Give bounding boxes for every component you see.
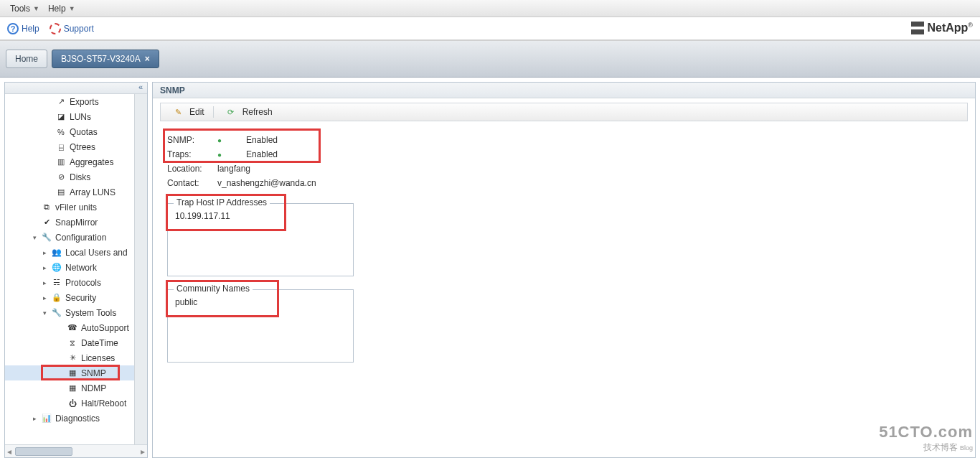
kv-traps-key: Traps: — [167, 149, 217, 159]
datetime-icon: ⧖ — [67, 337, 78, 349]
config-icon: 🔧 — [41, 232, 52, 243]
tree-label: Licenses — [81, 353, 115, 363]
tree-item-network[interactable]: ▸🌐Network — [5, 260, 134, 275]
tree-label: AutoSupport — [81, 323, 129, 333]
tree-label: Network — [65, 263, 97, 273]
netapp-logo: NetApp® — [911, 22, 973, 34]
tree-item-snapmirror[interactable]: ✔SnapMirror — [5, 215, 134, 230]
close-icon[interactable]: × — [145, 54, 150, 64]
tree-item-diagnostics[interactable]: ▸📊Diagnostics — [5, 411, 134, 426]
tree-label: Qtrees — [70, 142, 95, 152]
chevron-right-icon[interactable]: ▸ — [41, 279, 48, 286]
vfiler-icon: ⧉ — [41, 202, 52, 213]
chevron-down-icon: ▼ — [33, 5, 39, 12]
tree-label: System Tools — [65, 308, 116, 318]
tree-item-autosupport[interactable]: ☎AutoSupport — [5, 320, 134, 335]
workspace: « ↗Exports◪LUNs%Quotas⌸Qtrees▥Aggregates… — [0, 78, 980, 458]
tab-active-host[interactable]: BJSO-ST57-V3240A × — [52, 50, 159, 68]
snapmirror-icon: ✔ — [41, 217, 52, 228]
watermark-line2b: Blog — [960, 444, 973, 452]
tab-active-label: BJSO-ST57-V3240A — [61, 54, 141, 64]
nav-hscrollbar[interactable]: ◂ ▸ — [5, 444, 147, 457]
edit-button[interactable]: ✎ Edit — [165, 105, 209, 119]
tree-item-array-luns[interactable]: ▤Array LUNS — [5, 184, 134, 200]
nav-collapse[interactable]: « — [5, 83, 147, 94]
support-bar: ? Help Support NetApp® — [0, 17, 980, 40]
tree-label: Array LUNS — [70, 187, 116, 197]
kv-snmp-val: Enabled — [246, 135, 278, 145]
tree-item-halt-reboot[interactable]: ⏻Halt/Reboot — [5, 396, 134, 411]
systools-icon: 🔧 — [51, 307, 62, 319]
watermark-line2: 技术博客 — [923, 442, 958, 452]
kv-loc-val: langfang — [217, 164, 250, 174]
chevron-down-icon[interactable]: ▾ — [31, 234, 38, 241]
tree-item-disks[interactable]: ⊘Disks — [5, 169, 134, 184]
tree-label: Exports — [70, 97, 99, 107]
tree-item-qtrees[interactable]: ⌸Qtrees — [5, 139, 134, 154]
tab-home[interactable]: Home — [6, 50, 47, 68]
tree-item-licenses[interactable]: ✳Licenses — [5, 350, 134, 365]
help-link-label: Help — [22, 24, 39, 34]
tree-item-quotas[interactable]: %Quotas — [5, 124, 134, 139]
kv-loc-key: Location: — [167, 164, 217, 174]
watermark: 51CTO.com 技术博客 Blog — [879, 423, 973, 454]
kv-snmp-key: SNMP: — [167, 135, 217, 145]
help-link[interactable]: ? Help — [7, 23, 39, 34]
menu-bar: Tools ▼ Help ▼ — [0, 0, 980, 17]
highlight-snmp-nav — [41, 365, 120, 380]
chevron-right-icon[interactable]: ▸ — [41, 294, 48, 302]
network-icon: 🌐 — [51, 262, 62, 274]
disks-icon: ⊘ — [55, 172, 67, 183]
tree-item-protocols[interactable]: ▸☵Protocols — [5, 275, 134, 290]
refresh-button[interactable]: ⟳ Refresh — [218, 105, 277, 119]
edit-label: Edit — [189, 107, 204, 117]
tree-label: Diagnostics — [55, 413, 100, 424]
chevron-right-icon[interactable]: ▸ — [31, 415, 38, 422]
snmp-icon: ▦ — [67, 368, 78, 379]
content-toolbar: ✎ Edit ⟳ Refresh — [160, 103, 968, 121]
nav-tree: ↗Exports◪LUNs%Quotas⌸Qtrees▥Aggregates⊘D… — [5, 94, 147, 444]
brand-text: NetApp — [927, 22, 968, 34]
tree-label: Halt/Reboot — [81, 398, 126, 408]
tree-label: LUNs — [70, 112, 91, 122]
tree-item-snmp[interactable]: ▦SNMP — [5, 365, 134, 380]
trap-legend: Trap Host IP Addresses — [174, 197, 270, 207]
menu-help[interactable]: Help ▼ — [44, 2, 80, 15]
tree-item-security[interactable]: ▸🔒Security — [5, 290, 134, 305]
tree-item-aggregates[interactable]: ▥Aggregates — [5, 154, 134, 169]
autosupport-icon: ☎ — [67, 322, 78, 334]
nav-panel: « ↗Exports◪LUNs%Quotas⌸Qtrees▥Aggregates… — [4, 82, 148, 458]
tree-item-exports[interactable]: ↗Exports — [5, 94, 134, 109]
tab-bar: Home BJSO-ST57-V3240A × — [0, 40, 980, 78]
kv-contact-key: Contact: — [167, 178, 217, 188]
tree-item-luns[interactable]: ◪LUNs — [5, 109, 134, 124]
menu-tools[interactable]: Tools ▼ — [6, 2, 44, 15]
arrayluns-icon: ▤ — [55, 187, 67, 198]
tree-item-local-users-and[interactable]: ▸👥Local Users and — [5, 245, 134, 260]
chevron-right-icon[interactable]: ▸ — [41, 264, 48, 271]
menu-help-label: Help — [48, 4, 66, 14]
tree-label: Quotas — [70, 127, 98, 137]
tree-item-datetime[interactable]: ⧖DateTime — [5, 335, 134, 350]
edit-icon: ✎ — [172, 106, 184, 118]
tree-item-vfiler-units[interactable]: ⧉vFiler units — [5, 200, 134, 215]
support-icon — [50, 23, 61, 34]
tree-label: Protocols — [65, 278, 101, 288]
brand-sup: ® — [968, 22, 973, 29]
kv-snmp: SNMP: ● Enabled — [167, 133, 468, 147]
support-link[interactable]: Support — [50, 23, 94, 34]
tab-home-label: Home — [15, 54, 38, 64]
tree-label: SnapMirror — [55, 218, 98, 228]
nav-vscrollbar[interactable] — [134, 94, 147, 444]
diag-icon: 📊 — [41, 413, 52, 424]
status-ok-icon: ● — [217, 151, 246, 159]
security-icon: 🔒 — [51, 292, 62, 304]
chevron-right-icon[interactable]: ▸ — [41, 249, 48, 256]
content-title-label: SNMP — [160, 85, 185, 95]
tree-item-ndmp[interactable]: ▦NDMP — [5, 380, 134, 396]
tree-item-configuration[interactable]: ▾🔧Configuration — [5, 230, 134, 245]
protocols-icon: ☵ — [51, 277, 62, 289]
luns-icon: ◪ — [55, 111, 67, 123]
tree-item-system-tools[interactable]: ▾🔧System Tools — [5, 305, 134, 320]
chevron-down-icon[interactable]: ▾ — [41, 309, 48, 317]
